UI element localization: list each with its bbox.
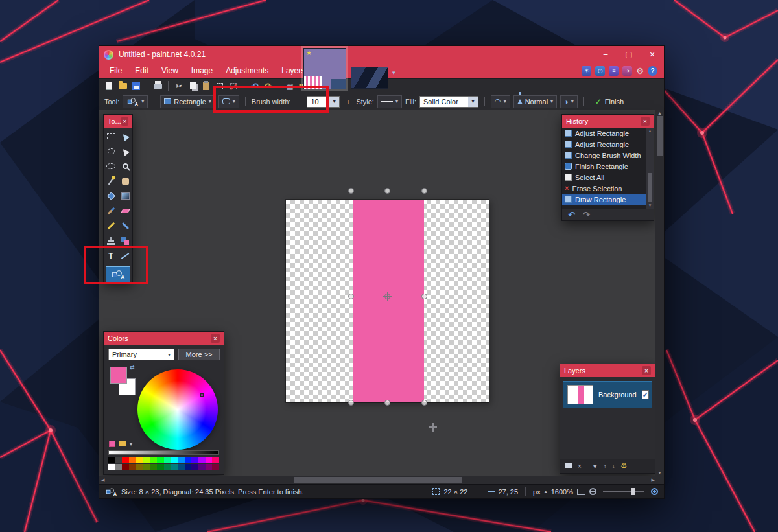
swap-colors-icon[interactable]: ⇄ — [130, 364, 135, 371]
copy-button[interactable] — [187, 80, 198, 92]
minimize-button[interactable]: – — [594, 46, 617, 63]
palette-swatch[interactable] — [171, 464, 178, 470]
scroll-up-icon[interactable]: ▲ — [655, 111, 664, 115]
palette-swatch[interactable] — [178, 464, 185, 470]
move-layer-up-button[interactable]: ↑ — [604, 463, 607, 470]
vertical-scrollbar-thumb[interactable] — [657, 116, 663, 156]
close-button[interactable]: × — [641, 46, 664, 63]
palette-swatch[interactable] — [191, 464, 198, 470]
history-item[interactable]: Adjust Rectangle — [562, 128, 646, 139]
style-dropdown[interactable]: ▾ — [377, 95, 402, 108]
caret-up-icon[interactable]: ▴ — [545, 489, 547, 494]
palette-swatch[interactable] — [171, 457, 178, 463]
horizontal-scrollbar[interactable]: ◀ ▶ — [99, 476, 657, 484]
history-panel-close-button[interactable]: × — [641, 117, 650, 126]
menu-adjustments[interactable]: Adjustments — [219, 63, 275, 78]
image-tab-active[interactable]: ★ — [303, 48, 346, 89]
shape-handle-bottom-right[interactable] — [421, 400, 427, 406]
brush-width-increase-button[interactable]: + — [343, 97, 353, 107]
palette-swatch[interactable] — [129, 464, 136, 470]
shape-handle-mid-left[interactable] — [348, 294, 354, 299]
zoom-in-button[interactable] — [651, 488, 658, 495]
tool-zoom[interactable] — [118, 159, 132, 174]
palette-swatch[interactable] — [136, 457, 143, 463]
save-button[interactable] — [130, 80, 142, 92]
tool-paint-bucket[interactable] — [104, 189, 118, 203]
palette-swatch[interactable] — [108, 457, 115, 463]
palette-swatch[interactable] — [143, 464, 150, 470]
history-item[interactable]: Finish Rectangle — [562, 161, 646, 172]
shape-move-handle-icon[interactable] — [429, 423, 437, 432]
title-bar[interactable]: Untitled - paint.net 4.0.21 – ▢ × — [99, 46, 664, 63]
shape-handle-top-right[interactable] — [421, 188, 427, 194]
color-wheel-selector[interactable] — [200, 393, 204, 397]
finish-button[interactable]: ✓ Finish — [590, 95, 629, 108]
history-item-selected[interactable]: Draw Rectangle — [562, 194, 646, 205]
unit-dropdown[interactable]: px — [533, 488, 541, 496]
palette-swatch[interactable] — [157, 457, 164, 463]
delete-layer-button[interactable]: × — [578, 463, 582, 470]
tools-panel-close-button[interactable]: × — [121, 117, 128, 126]
drawn-rectangle-shape[interactable] — [353, 200, 424, 402]
palette-swatch[interactable] — [191, 457, 198, 463]
tools-panel-titlebar[interactable]: To... × — [104, 115, 132, 128]
tool-pencil[interactable] — [104, 218, 118, 233]
caret-down-icon[interactable]: ▾ — [130, 441, 132, 447]
selection-quality-dropdown[interactable]: ◑ ▾ — [560, 95, 578, 108]
scroll-down-icon[interactable]: ▾ — [646, 203, 654, 208]
vertical-scrollbar[interactable]: ▲ ▼ — [655, 110, 664, 476]
menu-file[interactable]: File — [103, 63, 128, 78]
active-tool-dropdown[interactable]: A ▾ — [123, 95, 148, 108]
menu-edit[interactable]: Edit — [128, 63, 155, 78]
tool-lasso-select[interactable] — [104, 144, 118, 159]
menu-image[interactable]: Image — [185, 63, 219, 78]
colors-window-toggle-icon[interactable]: ◑ — [622, 66, 632, 76]
blend-mode-dropdown[interactable]: Normal ▾ — [513, 95, 557, 108]
palette-swatch[interactable] — [178, 457, 185, 463]
print-button[interactable] — [152, 80, 163, 92]
fill-dropdown[interactable]: Solid Color ▾ — [419, 96, 478, 108]
palette-swatch[interactable] — [198, 457, 206, 463]
more-button[interactable]: More >> — [178, 349, 220, 360]
history-scrollbar[interactable]: ▴ ▾ — [646, 128, 654, 209]
colors-panel-close-button[interactable]: × — [211, 334, 220, 343]
palette-swatch[interactable] — [212, 464, 219, 470]
palette-swatch[interactable] — [198, 464, 206, 470]
scroll-right-icon[interactable]: ▶ — [652, 478, 655, 483]
palette-swatch[interactable] — [212, 457, 219, 463]
open-file-button[interactable] — [117, 80, 128, 92]
scroll-down-icon[interactable]: ▼ — [655, 470, 664, 475]
current-color-mini-swatch[interactable] — [109, 441, 115, 447]
history-window-toggle-icon[interactable]: ◷ — [595, 66, 605, 76]
history-panel-titlebar[interactable]: History × — [562, 115, 654, 128]
tool-color-picker[interactable] — [118, 218, 132, 233]
menu-view[interactable]: View — [155, 63, 185, 78]
scroll-up-icon[interactable]: ▴ — [646, 128, 654, 133]
palette-swatch[interactable] — [206, 464, 213, 470]
tool-magic-wand[interactable] — [104, 174, 118, 189]
color-wheel[interactable] — [137, 369, 218, 450]
shape-handle-bottom-left[interactable] — [348, 400, 354, 406]
history-undo-button[interactable]: ↶ — [568, 210, 575, 220]
palette-swatch[interactable] — [122, 464, 129, 470]
shape-handle-mid-right[interactable] — [421, 294, 427, 299]
layer-visibility-checkbox[interactable]: ✓ — [642, 390, 649, 399]
value-gradient-bar[interactable] — [108, 450, 219, 455]
tools-window-toggle-icon[interactable]: ✶ — [582, 66, 591, 76]
layer-properties-button[interactable]: ⚙ — [620, 461, 628, 470]
shape-type-dropdown[interactable]: Rectangle ▾ — [160, 95, 215, 108]
history-scrollbar-thumb[interactable] — [648, 173, 652, 202]
palette-swatch[interactable] — [206, 457, 213, 463]
cut-button[interactable]: ✂ — [173, 80, 185, 92]
antialiasing-dropdown[interactable]: ◠ ▾ — [491, 95, 510, 108]
tool-ellipse-select[interactable] — [104, 159, 118, 174]
horizontal-scrollbar-thumb[interactable] — [294, 477, 462, 483]
image-list-dropdown-icon[interactable]: ▾ — [392, 69, 395, 76]
zoom-out-button[interactable] — [589, 488, 596, 495]
tool-pan[interactable] — [118, 174, 132, 189]
zoom-slider-thumb[interactable] — [631, 488, 635, 495]
layer-row-background[interactable]: Background ✓ — [563, 381, 652, 408]
zoom-to-window-button[interactable] — [577, 489, 585, 495]
palette-swatch[interactable] — [115, 464, 123, 470]
history-item[interactable]: Select All — [562, 172, 646, 183]
